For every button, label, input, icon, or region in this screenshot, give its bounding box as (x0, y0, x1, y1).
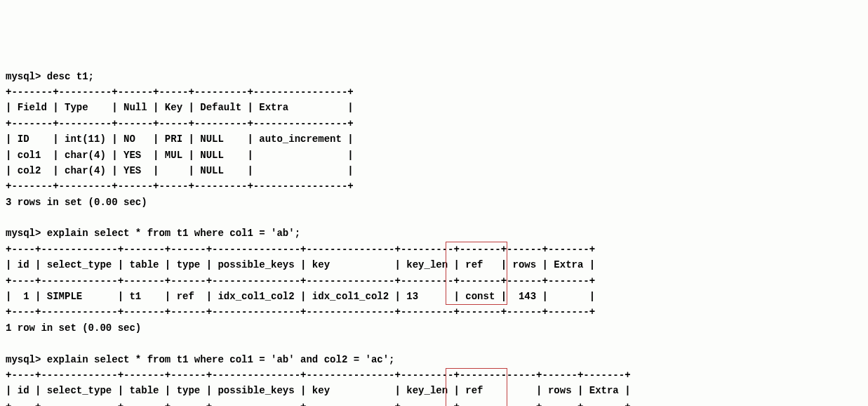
desc-row-1: | col1 | char(4) | YES | MUL | NULL | | (6, 150, 354, 161)
explain1-header: | id | select_type | table | type | poss… (6, 259, 595, 270)
explain1-row-0: | 1 | SIMPLE | t1 | ref | idx_col1_col2 … (6, 291, 595, 302)
desc-summary: 3 rows in set (0.00 sec) (6, 197, 147, 208)
explain1-summary: 1 row in set (0.00 sec) (6, 322, 141, 334)
desc-border-bot: +-------+---------+------+-----+--------… (6, 181, 354, 192)
explain1-border-bot: +----+-------------+-------+------+-----… (6, 306, 595, 317)
explain2-border-top: +----+-------------+-------+------+-----… (6, 369, 631, 381)
explain1-border-mid: +----+-------------+-------+------+-----… (6, 275, 595, 287)
desc-row-0: | ID | int(11) | NO | PRI | NULL | auto_… (6, 133, 354, 145)
mysql-prompt-1: mysql> desc t1; (6, 71, 94, 82)
explain1-border-top: +----+-------------+-------+------+-----… (6, 244, 595, 255)
explain2-header: | id | select_type | table | type | poss… (6, 385, 631, 396)
desc-row-2: | col2 | char(4) | YES | | NULL | | (6, 165, 354, 176)
terminal-output: mysql> desc t1; +-------+---------+-----… (6, 69, 631, 406)
desc-border-top: +-------+---------+------+-----+--------… (6, 86, 354, 98)
mysql-prompt-2: mysql> explain select * from t1 where co… (6, 228, 300, 239)
explain1-section: mysql> explain select * from t1 where co… (6, 225, 631, 320)
desc-border-mid: +-------+---------+------+-----+--------… (6, 118, 354, 129)
explain2-border-mid: +----+-------------+-------+------+-----… (6, 401, 631, 406)
explain2-section: mysql> explain select * from t1 where co… (6, 352, 631, 406)
mysql-prompt-3: mysql> explain select * from t1 where co… (6, 354, 395, 365)
desc-header: | Field | Type | Null | Key | Default | … (6, 102, 354, 113)
